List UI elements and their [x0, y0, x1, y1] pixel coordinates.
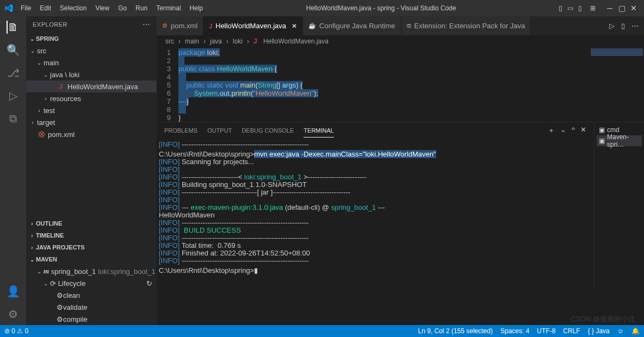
sidebar: EXPLORER ⋯ ⌄SPRING ⌄src ⌄main ⌄java \ lo…: [26, 16, 157, 325]
run-debug-icon[interactable]: ▷: [7, 89, 20, 102]
window-controls: ─ ▢ ✕: [604, 4, 640, 13]
vscode-logo-icon: [4, 4, 13, 13]
terminal-dropdown-icon[interactable]: ⌄: [560, 126, 566, 135]
section-timeline[interactable]: ›TIMELINE: [26, 229, 157, 241]
menu-help[interactable]: Help: [187, 3, 207, 13]
run-code-icon[interactable]: ▷: [609, 22, 615, 30]
section-maven[interactable]: ⌄MAVEN: [26, 253, 157, 265]
toggle-primary-sidebar-icon[interactable]: ▯: [556, 4, 565, 12]
tree-folder-src[interactable]: ⌄src: [26, 45, 157, 57]
status-spaces[interactable]: Spaces: 4: [500, 327, 529, 335]
split-editor-icon[interactable]: ▯: [621, 22, 625, 30]
maximize-button[interactable]: ▢: [616, 4, 628, 13]
menu-file[interactable]: File: [17, 3, 34, 13]
status-eol[interactable]: CRLF: [563, 327, 580, 335]
terminal-maven[interactable]: ▣Maven-spri…: [597, 135, 642, 146]
search-icon[interactable]: 🔍: [7, 43, 20, 57]
source-control-icon[interactable]: ⎇: [7, 66, 20, 79]
terminal-output[interactable]: [INFO] ---------------------------------…: [157, 139, 594, 288]
tree-file-helloworld[interactable]: JHelloWorldMaven.java: [26, 80, 157, 92]
menu-bar: File Edit Selection View Go Run Terminal…: [17, 3, 206, 13]
file-tree: ⌄src ⌄main ⌄java \ loki JHelloWorldMaven…: [26, 45, 157, 140]
panel-tab-problems[interactable]: PROBLEMS: [164, 124, 197, 137]
sidebar-title: EXPLORER: [33, 21, 67, 28]
activity-bar: 🗎 🔍 ⎇ ▷ ⧉ 👤 ⚙: [0, 16, 26, 325]
menu-selection[interactable]: Selection: [57, 3, 90, 13]
accounts-icon[interactable]: 👤: [7, 285, 20, 298]
toggle-secondary-sidebar-icon[interactable]: ▯: [575, 4, 584, 12]
panel-tabs: PROBLEMS OUTPUT DEBUG CONSOLE TERMINAL ＋…: [157, 122, 594, 139]
new-terminal-icon[interactable]: ＋: [548, 126, 555, 135]
status-bell-icon[interactable]: 🔔: [631, 327, 640, 335]
tab-pom[interactable]: ⚙pom.xml: [157, 16, 203, 35]
bottom-panel: PROBLEMS OUTPUT DEBUG CONSOLE TERMINAL ＋…: [157, 122, 644, 288]
minimize-button[interactable]: ─: [604, 4, 616, 13]
tree-folder-resources[interactable]: ›resources: [26, 92, 157, 104]
close-window-button[interactable]: ✕: [628, 4, 640, 13]
close-tab-icon[interactable]: ✕: [292, 22, 297, 30]
section-java-projects[interactable]: ›JAVA PROJECTS: [26, 241, 157, 253]
minimap[interactable]: [590, 47, 644, 118]
panel-tab-debug[interactable]: DEBUG CONSOLE: [242, 124, 294, 137]
status-bar: ⊘ 0 ⚠ 0 Ln 9, Col 2 (155 selected) Space…: [0, 325, 644, 337]
section-outline[interactable]: ›OUTLINE: [26, 217, 157, 229]
maven-lifecycle[interactable]: ⌄⟳ Lifecycle↻: [26, 277, 157, 289]
maven-goal-validate[interactable]: ⚙ validate: [26, 301, 157, 313]
section-spring[interactable]: ⌄SPRING: [26, 33, 157, 45]
explorer-icon[interactable]: 🗎: [7, 21, 20, 34]
close-panel-icon[interactable]: ✕: [580, 126, 586, 135]
panel-tab-output[interactable]: OUTPUT: [207, 124, 232, 137]
menu-go[interactable]: Go: [115, 3, 130, 13]
terminal-icon: ▣: [599, 137, 605, 145]
maximize-panel-icon[interactable]: ^: [572, 126, 575, 135]
sidebar-more-icon[interactable]: ⋯: [143, 20, 151, 29]
menu-terminal[interactable]: Terminal: [153, 3, 184, 13]
toggle-panel-icon[interactable]: ▭: [566, 4, 574, 12]
status-feedback-icon[interactable]: ☺: [617, 327, 624, 335]
status-language[interactable]: { } Java: [588, 327, 610, 335]
status-encoding[interactable]: UTF-8: [537, 327, 555, 335]
tab-helloworld[interactable]: JHelloWorldMaven.java✕: [203, 16, 303, 35]
tree-folder-test[interactable]: ›test: [26, 104, 157, 116]
tab-java-runtime[interactable]: ☕Configure Java Runtime: [303, 16, 401, 35]
title-bar: File Edit Selection View Go Run Terminal…: [0, 0, 644, 16]
breadcrumb[interactable]: src main java loki J HelloWorldMaven.jav…: [157, 35, 644, 47]
customize-layout-icon[interactable]: ⊞: [589, 4, 597, 12]
settings-gear-icon[interactable]: ⚙: [7, 308, 20, 321]
extensions-icon[interactable]: ⧉: [7, 112, 20, 125]
panel-tab-terminal[interactable]: TERMINAL: [304, 124, 334, 138]
tree-folder-target[interactable]: ›target: [26, 116, 157, 128]
refresh-icon[interactable]: ↻: [146, 279, 152, 288]
editor-tabs: ⚙pom.xml JHelloWorldMaven.java✕ ☕Configu…: [157, 16, 644, 35]
tab-extension-pack[interactable]: ⧉Extension: Extension Pack for Java: [401, 16, 531, 35]
line-numbers: 123456789: [157, 48, 178, 122]
window-title: HelloWorldMaven.java - spring - Visual S…: [206, 4, 556, 12]
maven-module[interactable]: ⌄m spring_boot_1loki:spring_boot_1: [26, 265, 157, 277]
code-editor[interactable]: 123456789 package loki; public class Hel…: [157, 47, 644, 122]
tree-folder-javaloki[interactable]: ⌄java \ loki: [26, 68, 157, 80]
maven-goal-clean[interactable]: ⚙ clean: [26, 289, 157, 301]
menu-run[interactable]: Run: [132, 3, 151, 13]
more-actions-icon[interactable]: ⋯: [631, 22, 639, 30]
maven-goal-compile[interactable]: ⚙ compile: [26, 313, 157, 325]
tree-file-pom[interactable]: ⓧpom.xml: [26, 128, 157, 140]
editor-area: ⚙pom.xml JHelloWorldMaven.java✕ ☕Configu…: [157, 16, 644, 325]
terminal-icon: ▣: [599, 126, 605, 134]
terminal-list: ▣cmd ▣Maven-spri…: [594, 122, 644, 288]
status-cursor-position[interactable]: Ln 9, Col 2 (155 selected): [418, 327, 493, 335]
status-remote[interactable]: ⊘ 0 ⚠ 0: [4, 327, 28, 335]
layout-controls: ▯ ▭ ▯ ⊞: [556, 4, 599, 12]
menu-edit[interactable]: Edit: [36, 3, 54, 13]
menu-view[interactable]: View: [92, 3, 113, 13]
tree-folder-main[interactable]: ⌄main: [26, 57, 157, 68]
